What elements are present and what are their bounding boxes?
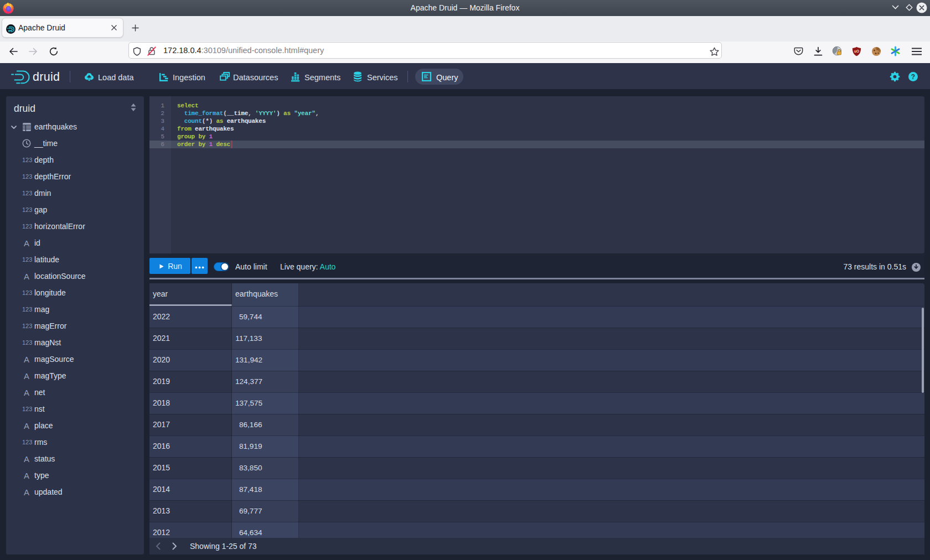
svg-text:uO: uO bbox=[854, 49, 859, 53]
svg-text:?: ? bbox=[911, 73, 915, 81]
